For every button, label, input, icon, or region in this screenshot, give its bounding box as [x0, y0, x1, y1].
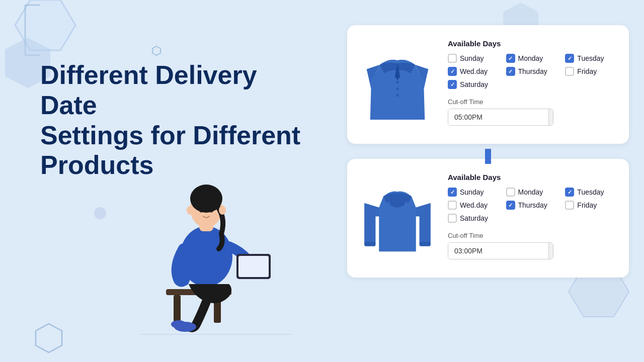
cutoff-time-input-1[interactable]	[448, 109, 548, 125]
day-label-sunday-2: Sunday	[460, 188, 484, 196]
cutoff-time-input-2[interactable]	[448, 243, 548, 259]
svg-point-27	[396, 94, 398, 97]
day-tuesday-2: Tuesday	[565, 188, 614, 197]
right-panel: Available Days Sunday Monday Tuesday	[347, 25, 629, 288]
svg-point-23	[171, 320, 186, 328]
card-1-content: Available Days Sunday Monday Tuesday	[448, 39, 614, 126]
time-picker-button-1[interactable]	[548, 109, 553, 125]
checkbox-saturday-2[interactable]	[448, 214, 457, 223]
svg-point-29	[389, 197, 406, 207]
cutoff-label-1: Cut-off Time	[448, 98, 614, 106]
checkbox-tuesday-2[interactable]	[565, 188, 574, 197]
day-tuesday-1: Tuesday	[565, 54, 614, 63]
day-label-wednesday-1: Wed.day	[460, 67, 488, 75]
checkbox-monday-2[interactable]	[506, 188, 515, 197]
available-days-label-1: Available Days	[448, 39, 614, 48]
svg-point-18	[187, 206, 194, 215]
day-thursday-1: Thursday	[506, 67, 557, 76]
left-panel: Different Delivery Date Settings for Dif…	[0, 0, 327, 362]
checkbox-wednesday-1[interactable]	[448, 67, 457, 76]
cutoff-label-2: Cut-off Time	[448, 232, 614, 239]
svg-point-26	[396, 87, 398, 90]
day-label-thursday-2: Thursday	[518, 201, 547, 209]
time-input-wrap-2	[448, 242, 553, 259]
day-sunday-2: Sunday	[448, 188, 498, 197]
day-label-saturday-2: Saturday	[460, 214, 488, 222]
connector-bar	[485, 149, 491, 164]
longsleeve-shirt-svg	[362, 174, 433, 262]
day-label-monday-2: Monday	[518, 188, 543, 196]
available-days-label-2: Available Days	[448, 173, 614, 182]
checkbox-tuesday-1[interactable]	[565, 54, 574, 63]
svg-rect-30	[364, 241, 375, 246]
svg-rect-21	[238, 256, 269, 277]
days-grid-1: Sunday Monday Tuesday Wed.day	[448, 54, 614, 89]
polo-shirt-svg	[362, 42, 433, 127]
day-monday-2: Monday	[506, 188, 557, 197]
day-label-friday-2: Friday	[577, 201, 597, 209]
person-svg	[101, 146, 292, 337]
day-wednesday-2: Wed.day	[448, 201, 498, 210]
day-label-tuesday-2: Tuesday	[577, 188, 604, 196]
day-label-thursday-1: Thursday	[518, 67, 547, 75]
checkbox-friday-2[interactable]	[565, 201, 574, 210]
days-grid-2: Sunday Monday Tuesday Wed.day	[448, 188, 614, 223]
checkbox-thursday-1[interactable]	[506, 67, 515, 76]
checkbox-sunday-2[interactable]	[448, 188, 457, 197]
product-image-1	[357, 39, 438, 130]
day-thursday-2: Thursday	[506, 201, 557, 210]
day-saturday-2: Saturday	[448, 214, 498, 223]
day-label-tuesday-1: Tuesday	[577, 54, 604, 62]
day-label-friday-1: Friday	[577, 67, 597, 75]
day-monday-1: Monday	[506, 54, 557, 63]
time-picker-button-2[interactable]	[548, 243, 553, 259]
card-2: Available Days Sunday Monday Tuesday	[347, 159, 629, 278]
svg-point-17	[209, 208, 213, 213]
cutoff-section-2: Cut-off Time	[448, 232, 614, 259]
svg-point-25	[396, 81, 398, 83]
svg-rect-31	[420, 241, 431, 246]
product-image-2	[357, 173, 438, 263]
checkbox-monday-1[interactable]	[506, 54, 515, 63]
checkbox-wednesday-2[interactable]	[448, 201, 457, 210]
cutoff-section-1: Cut-off Time	[448, 98, 614, 126]
svg-rect-10	[174, 295, 181, 323]
card-1: Available Days Sunday Monday Tuesday	[347, 25, 629, 144]
svg-point-16	[199, 208, 203, 213]
svg-point-19	[219, 206, 226, 215]
card-2-content: Available Days Sunday Monday Tuesday	[448, 173, 614, 259]
title-line1: Different Delivery Date	[40, 60, 257, 120]
checkbox-saturday-1[interactable]	[448, 80, 457, 89]
day-label-saturday-1: Saturday	[460, 80, 488, 88]
person-illustration	[101, 146, 292, 337]
day-wednesday-1: Wed.day	[448, 67, 498, 76]
title-line2: Settings for Different	[40, 121, 300, 150]
checkbox-friday-1[interactable]	[565, 67, 574, 76]
day-label-wednesday-2: Wed.day	[460, 201, 488, 209]
connector	[347, 149, 629, 164]
day-friday-1: Friday	[565, 67, 614, 76]
time-input-wrap-1	[448, 109, 553, 126]
day-sunday-1: Sunday	[448, 54, 498, 63]
day-friday-2: Friday	[565, 201, 614, 210]
day-label-monday-1: Monday	[518, 54, 543, 62]
day-label-sunday-1: Sunday	[460, 54, 484, 62]
checkbox-sunday-1[interactable]	[448, 54, 457, 63]
checkbox-thursday-2[interactable]	[506, 201, 515, 210]
day-saturday-1: Saturday	[448, 80, 498, 89]
